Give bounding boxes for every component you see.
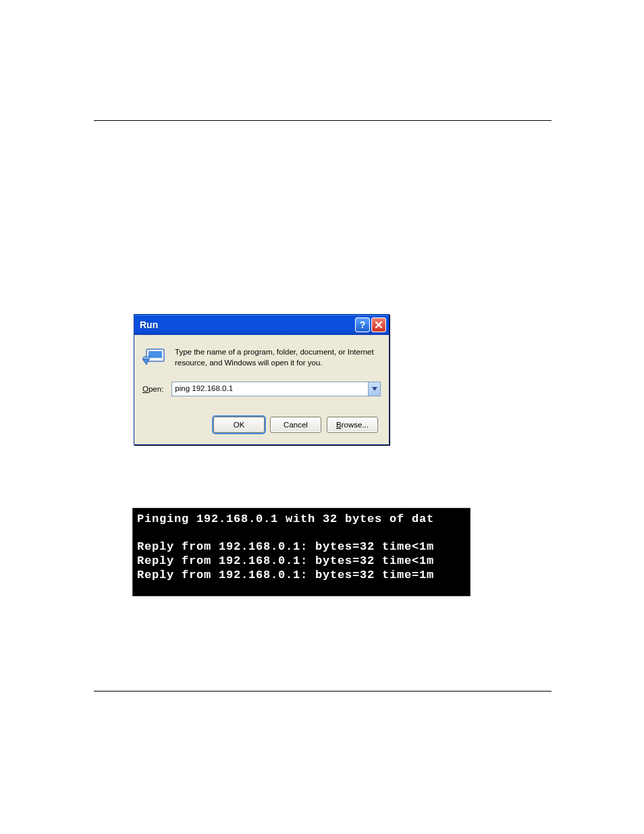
horizontal-rule-top: [94, 120, 552, 121]
open-input[interactable]: ping 192.168.0.1: [172, 382, 368, 396]
help-button[interactable]: ?: [355, 317, 370, 332]
close-button[interactable]: [371, 317, 386, 332]
window-title: Run: [140, 319, 355, 330]
document-page: Run ?: [0, 0, 644, 834]
dropdown-button[interactable]: [368, 382, 380, 396]
open-row: Open: ping 192.168.0.1: [142, 382, 381, 396]
help-icon: ?: [360, 319, 366, 330]
ok-button[interactable]: OK: [213, 417, 265, 433]
browse-button[interactable]: Browse...: [327, 417, 378, 433]
run-program-icon: [142, 347, 165, 366]
intro-text: Type the name of a program, folder, docu…: [175, 347, 381, 368]
console-line: Pinging 192.168.0.1 with 32 bytes of dat: [137, 513, 434, 525]
run-dialog: Run ?: [134, 314, 390, 445]
console-line: Reply from 192.168.0.1: bytes=32 time<1m: [137, 540, 434, 553]
titlebar-buttons: ?: [355, 317, 386, 332]
titlebar[interactable]: Run ?: [134, 315, 389, 335]
console-line: Reply from 192.168.0.1: bytes=32 time<1m: [137, 554, 434, 567]
ok-button-label: OK: [234, 421, 245, 429]
console-line: Reply from 192.168.0.1: bytes=32 time=1m: [137, 569, 434, 581]
intro-row: Type the name of a program, folder, docu…: [142, 347, 381, 368]
chevron-down-icon: [372, 387, 377, 391]
open-combobox[interactable]: ping 192.168.0.1: [171, 382, 381, 396]
command-prompt-output: Pinging 192.168.0.1 with 32 bytes of dat…: [132, 508, 471, 596]
browse-button-label: Browse...: [336, 421, 369, 429]
cancel-button-label: Cancel: [284, 421, 308, 429]
horizontal-rule-bottom: [94, 691, 552, 692]
button-row: OK Cancel Browse...: [142, 417, 381, 433]
open-label: Open:: [142, 385, 163, 393]
close-icon: [375, 321, 383, 329]
dialog-body: Type the name of a program, folder, docu…: [134, 335, 389, 441]
cancel-button[interactable]: Cancel: [270, 417, 321, 433]
